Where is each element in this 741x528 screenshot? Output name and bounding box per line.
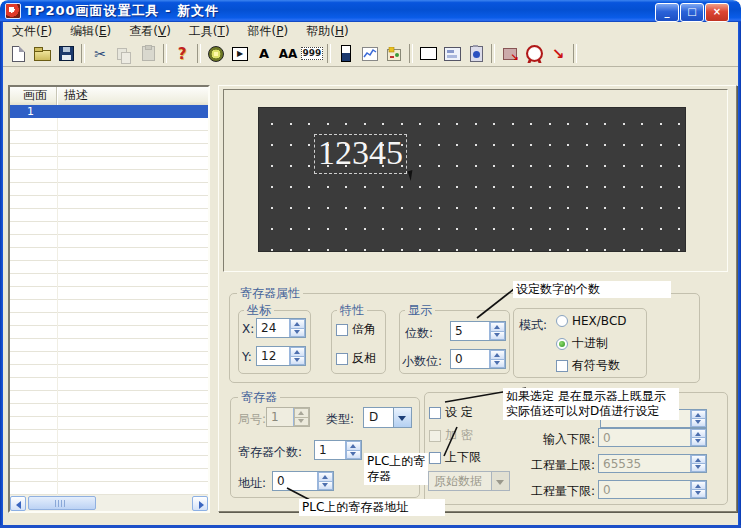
station-label: 局号: bbox=[238, 411, 266, 428]
toolbar-separator bbox=[81, 44, 85, 63]
register-count-spinner[interactable] bbox=[345, 441, 361, 459]
digits-label: 位数: bbox=[405, 325, 433, 342]
address-field[interactable]: 0 bbox=[272, 471, 334, 491]
digits-field[interactable]: 5 bbox=[450, 321, 506, 341]
screen-list-header: 画面 描述 bbox=[10, 87, 208, 106]
decimals-spinner[interactable] bbox=[489, 350, 505, 368]
eng-lower-limit-spinner[interactable] bbox=[690, 481, 706, 498]
hexbcd-radio[interactable] bbox=[556, 315, 568, 327]
menu-edit[interactable]: 编辑(E) bbox=[61, 22, 120, 41]
x-label: X: bbox=[242, 322, 254, 336]
signed-checkbox[interactable] bbox=[556, 360, 568, 372]
help-icon[interactable]: ? bbox=[170, 43, 194, 65]
encrypt-checkbox bbox=[429, 430, 441, 442]
menu-help[interactable]: 帮助(H) bbox=[297, 22, 357, 41]
toolbar-separator bbox=[327, 44, 331, 63]
trend-chart-icon[interactable] bbox=[358, 43, 382, 65]
mouse-cursor bbox=[408, 169, 419, 181]
screen-list-row-selected[interactable]: 1 bbox=[10, 105, 208, 118]
scroll-right-icon[interactable] bbox=[192, 496, 208, 511]
decimal-radio[interactable] bbox=[556, 338, 568, 350]
eng-upper-limit-label: 工程量上限: bbox=[505, 457, 595, 474]
address-label: 地址: bbox=[238, 475, 266, 492]
mode-decimal-option[interactable]: 十进制 bbox=[556, 335, 608, 352]
paste-icon[interactable] bbox=[136, 43, 160, 65]
alarm-clock-icon[interactable] bbox=[522, 43, 546, 65]
toolbar-separator bbox=[163, 44, 167, 63]
set-checkbox[interactable] bbox=[429, 407, 441, 419]
combo-dropdown-icon[interactable] bbox=[393, 408, 411, 427]
eng-lower-limit-field: 0 bbox=[598, 480, 707, 499]
maximize-button[interactable]: □ bbox=[680, 3, 704, 22]
traits-caption: 特性 bbox=[337, 303, 367, 317]
limits-option[interactable]: 上下限 bbox=[429, 449, 481, 466]
invert-option[interactable]: 反相 bbox=[336, 350, 376, 367]
register-caption: 寄存器 bbox=[238, 390, 280, 404]
mode-hexbcd-option[interactable]: HEX/BCD bbox=[556, 314, 627, 328]
register-count-field[interactable]: 1 bbox=[314, 440, 362, 460]
menu-tools[interactable]: 工具(T) bbox=[180, 22, 239, 41]
scrollbar-thumb[interactable] bbox=[28, 496, 96, 510]
rectangle-icon[interactable] bbox=[416, 43, 440, 65]
toolbar: ✂ ? ▶ A AA 999 ↘ bbox=[3, 41, 738, 67]
save-icon[interactable] bbox=[54, 43, 78, 65]
double-size-option[interactable]: 倍角 bbox=[336, 321, 376, 338]
jump-arrow-icon[interactable]: ↘ bbox=[546, 43, 570, 65]
minimize-button[interactable]: _ bbox=[655, 3, 679, 22]
y-spinner[interactable] bbox=[289, 347, 305, 365]
screen-list-body: 1 bbox=[10, 105, 208, 495]
window-frame bbox=[0, 22, 3, 525]
cut-icon[interactable]: ✂ bbox=[88, 43, 112, 65]
station-field: 1 bbox=[266, 407, 310, 427]
input-upper-limit-spinner[interactable] bbox=[690, 410, 706, 427]
address-spinner[interactable] bbox=[317, 472, 333, 490]
register-properties-caption: 寄存器属性 bbox=[237, 286, 303, 300]
scroll-left-icon[interactable] bbox=[10, 496, 26, 511]
decimals-label: 小数位: bbox=[402, 353, 442, 370]
recipe-icon[interactable] bbox=[382, 43, 406, 65]
large-text-icon[interactable]: AA bbox=[276, 43, 300, 65]
toolbar-separator bbox=[491, 44, 495, 63]
new-file-icon[interactable] bbox=[6, 43, 30, 65]
double-size-checkbox[interactable] bbox=[336, 324, 348, 336]
indicator-lamp-icon[interactable] bbox=[204, 43, 228, 65]
coords-caption: 坐标 bbox=[244, 303, 274, 317]
input-lower-limit-label: 输入下限: bbox=[505, 431, 595, 448]
static-text-icon[interactable]: A bbox=[252, 43, 276, 65]
button-part-icon[interactable]: ▶ bbox=[228, 43, 252, 65]
horizontal-scrollbar[interactable] bbox=[10, 495, 208, 511]
number-display-icon[interactable]: 999 bbox=[300, 43, 324, 65]
selected-number-display[interactable]: 12345 bbox=[314, 134, 407, 174]
title-bar[interactable]: TP200画面设置工具 - 新文件 _ □ × bbox=[0, 0, 741, 22]
y-field[interactable]: 12 bbox=[256, 346, 306, 366]
column-header-screen[interactable]: 画面 bbox=[10, 87, 57, 105]
signed-option[interactable]: 有符号数 bbox=[556, 357, 620, 374]
menu-file[interactable]: 文件(F) bbox=[3, 22, 61, 41]
open-file-icon[interactable] bbox=[30, 43, 54, 65]
bar-graph-icon[interactable] bbox=[334, 43, 358, 65]
type-label: 类型: bbox=[326, 411, 354, 428]
x-field[interactable]: 24 bbox=[256, 318, 306, 338]
limits-checkbox[interactable] bbox=[429, 452, 441, 464]
annotation-set-explain: 如果选定 是在显示器上既显示 实际值还可以对D值进行设定 bbox=[503, 388, 679, 420]
x-spinner[interactable] bbox=[289, 319, 305, 337]
close-button[interactable]: × bbox=[705, 3, 729, 22]
toolbar-separator bbox=[409, 44, 413, 63]
hmi-canvas[interactable]: 12345 bbox=[258, 107, 686, 252]
data-transfer-icon[interactable] bbox=[498, 43, 522, 65]
register-count-label: 寄存器个数: bbox=[238, 444, 302, 461]
copy-icon[interactable] bbox=[112, 43, 136, 65]
digits-spinner[interactable] bbox=[489, 322, 505, 340]
function-window-icon[interactable] bbox=[440, 43, 464, 65]
menu-view[interactable]: 查看(V) bbox=[120, 22, 180, 41]
set-option[interactable]: 设 定 bbox=[429, 404, 473, 421]
invert-checkbox[interactable] bbox=[336, 353, 348, 365]
menu-parts[interactable]: 部件(P) bbox=[239, 22, 298, 41]
input-lower-limit-spinner[interactable] bbox=[690, 429, 706, 446]
decimals-field[interactable]: 0 bbox=[450, 349, 506, 369]
clipboard-clock-icon[interactable] bbox=[464, 43, 488, 65]
eng-upper-limit-spinner[interactable] bbox=[690, 455, 706, 472]
register-type-combo[interactable]: D bbox=[363, 407, 412, 428]
column-header-description[interactable]: 描述 bbox=[57, 87, 208, 105]
app-window: TP200画面设置工具 - 新文件 _ □ × 文件(F) 编辑(E) 查看(V… bbox=[0, 0, 741, 528]
